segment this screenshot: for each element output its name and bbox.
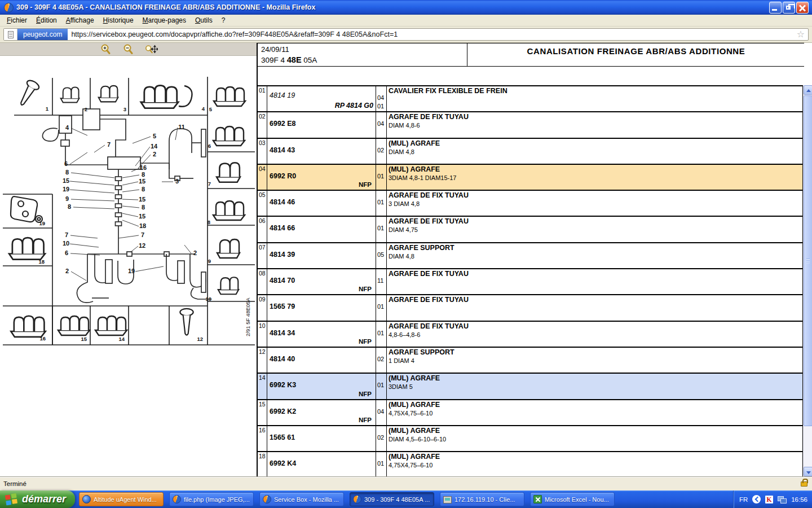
table-row[interactable]: 16 1565 61 02 (MUL) AGRAFE DIAM 4,5–6-10… — [258, 426, 802, 452]
svg-text:9: 9 — [65, 195, 69, 202]
table-row[interactable]: 09 1565 79 01 AGRAFE DE FIX TUYAU — [258, 295, 802, 321]
table-row[interactable]: 12 4814 40 02 AGRAFE SUPPORT 1 DIAM 4 — [258, 348, 802, 374]
svg-text:2: 2 — [153, 151, 156, 157]
table-row[interactable]: 07 4814 39 05 AGRAFE SUPPORT DIAM 4,8 — [258, 243, 802, 269]
bookmark-star-icon[interactable]: ☆ — [793, 30, 808, 39]
menu-item[interactable]: Affichage — [61, 15, 99, 25]
network-tray-icon[interactable] — [778, 496, 787, 503]
status-bar: Terminé — [0, 476, 812, 491]
site-identity-badge[interactable]: peugeot.com — [17, 29, 68, 40]
hide-icons-chevron-icon[interactable] — [752, 495, 761, 503]
document-header: 24/09/11 309F 4 48E 05A CANALISATION FRE… — [258, 43, 804, 67]
svg-text:15: 15 — [139, 196, 145, 203]
table-row[interactable]: 01 4814 19 RP 4814 G0 04 01 CAVALIER FIX… — [258, 86, 802, 112]
taskbar-task-button[interactable]: Altitude uAgent Wind... — [79, 492, 164, 506]
nfp-flag: NFP — [359, 338, 372, 345]
svg-text:3: 3 — [175, 178, 179, 185]
quantity-cell: 01 — [376, 295, 387, 320]
svg-text:14: 14 — [118, 336, 125, 342]
task-button-label: 309 - 309F 4 48E05A ... — [364, 496, 430, 503]
quantity-cell: 01 — [376, 452, 387, 476]
task-button-label: Altitude uAgent Wind... — [94, 496, 157, 503]
firefox-window: 309 - 309F 4 48E05A - CANALISATION FREIN… — [0, 0, 812, 508]
minimize-button[interactable] — [769, 2, 782, 14]
description-cell: AGRAFE DE FIX TUYAU — [387, 295, 802, 320]
menu-item[interactable]: Marque-pages — [138, 15, 191, 25]
taskbar-task-button[interactable]: Service Box - Mozilla ... — [259, 492, 344, 506]
restore-button[interactable] — [783, 2, 795, 14]
scroll-down-button[interactable] — [804, 467, 812, 476]
zoom-out-icon[interactable] — [122, 43, 135, 55]
part-reference: 4814 43 — [270, 146, 295, 154]
svg-text:14: 14 — [151, 143, 158, 150]
zoom-in-icon[interactable] — [99, 43, 113, 55]
description-cell: (MUL) AGRAFE DIAM 4,5–6-10–6-10 — [387, 426, 802, 451]
svg-text:2: 2 — [65, 268, 69, 274]
part-reference: 4814 70 — [270, 277, 295, 284]
scrollbar-thumb[interactable] — [804, 95, 812, 426]
quantity: 01 — [377, 460, 384, 467]
menu-bar: FichierÉditionAffichageHistoriqueMarque-… — [0, 15, 812, 27]
quantity: 01 — [377, 303, 384, 310]
description-title: (MUL) AGRAFE — [389, 139, 440, 147]
url-field[interactable]: peugeot.com https://servicebox.peugeot.c… — [3, 28, 809, 41]
firefox-icon — [173, 495, 181, 503]
quantity-cell: 01 — [376, 322, 387, 347]
description-title: AGRAFE DE FIX TUYAU — [389, 113, 469, 121]
taskbar-task-button[interactable]: file.php (Image JPEG,... — [169, 492, 254, 506]
zoom-pan-icon[interactable] — [144, 43, 158, 55]
taskbar-task-button[interactable]: 172.16.119.10 - Clie... — [440, 492, 524, 506]
row-number: 05 — [258, 191, 267, 216]
table-row[interactable]: 02 6992 E8 04 AGRAFE DE FIX TUYAU DIAM 4… — [258, 112, 802, 138]
task-button-label: file.php (Image JPEG,... — [184, 496, 250, 503]
language-indicator[interactable]: FR — [739, 496, 748, 503]
url-text[interactable]: https://servicebox.peugeot.com/docapvpr/… — [68, 30, 793, 38]
description-title: AGRAFE SUPPORT — [389, 244, 454, 252]
vertical-scrollbar[interactable] — [803, 85, 812, 476]
menu-item[interactable]: ? — [217, 15, 230, 25]
task-button-label: Service Box - Mozilla ... — [274, 496, 339, 503]
table-row[interactable]: 04 6992 R0 NFP 01 (MUL) AGRAFE 3DIAM 4,8… — [258, 165, 802, 191]
page-title: CANALISATION FREINAGE ABR/ABS ADDITIONNE — [527, 46, 745, 56]
task-button-area: Altitude uAgent Wind... file.php (Image … — [79, 492, 733, 506]
description-title: AGRAFE SUPPORT — [389, 348, 454, 356]
antivirus-tray-icon[interactable] — [765, 496, 773, 503]
nfp-flag: NFP — [359, 286, 372, 292]
menu-item[interactable]: Fichier — [2, 15, 32, 25]
close-button[interactable] — [796, 2, 809, 14]
description-title: AGRAFE DE FIX TUYAU — [389, 322, 469, 330]
description-detail: DIAM 4,75 — [389, 226, 418, 233]
table-row[interactable]: 05 4814 46 01 AGRAFE DE FIX TUYAU 3 DIAM… — [258, 191, 802, 217]
start-button[interactable]: démarrer — [0, 491, 75, 508]
menu-item[interactable]: Édition — [32, 15, 61, 25]
table-row[interactable]: 06 4814 66 01 AGRAFE DE FIX TUYAU DIAM 4… — [258, 217, 802, 243]
menu-item[interactable]: Historique — [99, 15, 138, 25]
quantity: 02 — [377, 356, 384, 362]
menu-item[interactable]: Outils — [191, 15, 217, 25]
quantity: 04 — [377, 120, 384, 127]
table-row[interactable]: 08 4814 70 NFP 11 AGRAFE DE FIX TUYAU — [258, 269, 802, 295]
favicon — [4, 29, 17, 40]
svg-text:10: 10 — [205, 296, 211, 302]
taskbar-task-button[interactable]: 309 - 309F 4 48E05A ... — [350, 492, 434, 506]
security-lock-icon[interactable] — [801, 481, 807, 487]
part-reference: 6992 K2 — [270, 408, 296, 415]
row-number: 12 — [258, 348, 267, 373]
part-reference: 4814 19 — [270, 91, 295, 99]
taskbar-task-button[interactable]: Microsoft Excel - Nou... — [530, 492, 615, 506]
part-reference: 4814 40 — [270, 355, 295, 363]
quantity-cell: 01 — [376, 191, 387, 216]
table-row[interactable]: 14 6992 K3 NFP 01 (MUL) AGRAFE 3DIAM 5 — [258, 374, 802, 400]
excel-icon — [533, 495, 542, 503]
description-cell: AGRAFE DE FIX TUYAU 3 DIAM 4,8 — [387, 191, 802, 216]
row-number: 08 — [258, 269, 267, 294]
table-row[interactable]: 10 4814 34 NFP 01 AGRAFE DE FIX TUYAU 4,… — [258, 322, 802, 348]
table-row[interactable]: 03 4814 43 02 (MUL) AGRAFE DIAM 4,8 — [258, 139, 802, 165]
table-row[interactable]: 18 6992 K4 01 (MUL) AGRAFE 4,75X4,75–6-1… — [258, 452, 802, 476]
table-row[interactable]: 15 6992 K2 NFP 04 (MUL) AGRAFE 4,75X4,75… — [258, 400, 802, 426]
task-button-label: 172.16.119.10 - Clie... — [454, 496, 515, 503]
scroll-up-button[interactable] — [804, 85, 812, 95]
svg-text:19: 19 — [128, 268, 135, 274]
part-reference: 6992 K3 — [270, 381, 296, 389]
title-bar: 309 - 309F 4 48E05A - CANALISATION FREIN… — [0, 0, 812, 15]
